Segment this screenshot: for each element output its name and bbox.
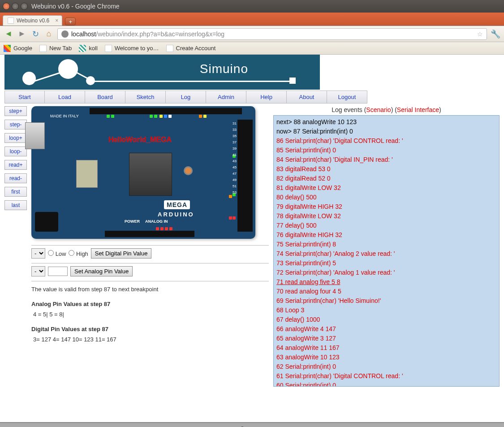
pin-row-numbers: 313335373941434547495153 bbox=[233, 121, 237, 196]
nav-admin[interactable]: Admin bbox=[206, 91, 246, 104]
bookmark-welcome[interactable]: Welcome to yo… bbox=[105, 45, 159, 52]
arduino-board-image: MADE IN ITALY HelloWorld_MEGA MEGA ARDUI… bbox=[31, 106, 255, 239]
log-line: 76 digitalWrite HIGH 32 bbox=[276, 230, 496, 240]
power-jack bbox=[35, 212, 58, 232]
bookmarks-bar: Google New Tab koll Welcome to yo… Creat… bbox=[0, 42, 504, 55]
wrench-menu-icon[interactable]: 🔧 bbox=[491, 29, 500, 39]
bookmark-create[interactable]: Create Account bbox=[166, 45, 216, 52]
loop-minus-button[interactable]: loop- bbox=[4, 147, 27, 156]
new-tab-button[interactable]: + bbox=[65, 17, 76, 26]
page-icon bbox=[105, 45, 112, 52]
log-line: 66 analogWrite 4 147 bbox=[276, 324, 496, 334]
nav-load[interactable]: Load bbox=[45, 91, 85, 104]
log-line: 81 digitalWrite LOW 32 bbox=[276, 183, 496, 193]
serial-interface-link[interactable]: Serial Interface bbox=[397, 106, 439, 113]
log-line: 79 digitalWrite HIGH 32 bbox=[276, 202, 496, 211]
tab-title: Webuino v0.6 bbox=[17, 17, 49, 24]
reload-button[interactable]: ↻ bbox=[30, 29, 40, 39]
window-maximize-button[interactable] bbox=[21, 3, 28, 10]
log-line: 78 digitalWrite LOW 32 bbox=[276, 211, 496, 221]
page-icon bbox=[39, 45, 47, 52]
log-line: 70 read analog four 4 5 bbox=[276, 287, 496, 296]
set-digital-button[interactable]: Set Digital Pin Value bbox=[91, 248, 152, 259]
window-title-bar: Webuino v0.6 - Google Chrome bbox=[0, 0, 504, 13]
mega-badge: MEGA bbox=[164, 200, 190, 209]
digital-values: 3= 127 4= 147 10= 123 11= 167 bbox=[33, 336, 269, 343]
log-header: Log events (Scenario) (Serial Interface) bbox=[273, 106, 500, 113]
analog-value-input[interactable] bbox=[48, 267, 68, 276]
home-button[interactable]: ⌂ bbox=[44, 29, 54, 39]
forward-button[interactable]: ► bbox=[17, 29, 27, 39]
nav-board[interactable]: Board bbox=[85, 91, 125, 104]
read-plus-button[interactable]: read+ bbox=[4, 160, 27, 170]
usb-port bbox=[25, 122, 45, 149]
low-radio[interactable] bbox=[48, 250, 54, 256]
scenario-link[interactable]: Scenario bbox=[366, 106, 391, 113]
koll-icon bbox=[79, 45, 86, 52]
low-radio-label[interactable]: Low bbox=[48, 250, 66, 257]
browser-toolbar: ◄ ► ↻ ⌂ localhost /webuino/index.php?a=b… bbox=[0, 26, 504, 42]
nav-about[interactable]: About bbox=[287, 91, 327, 104]
log-line: 75 Serial:println(int) 8 bbox=[276, 240, 496, 249]
back-button[interactable]: ◄ bbox=[4, 29, 13, 39]
bookmark-newtab[interactable]: New Tab bbox=[39, 45, 72, 52]
log-line: 85 Serial:println(int) 0 bbox=[276, 146, 496, 155]
tab-strip: Webuino v0.6 × + bbox=[0, 13, 504, 26]
nav-log[interactable]: Log bbox=[166, 91, 206, 104]
page-content: Simuino Start Load Board Sketch Log Admi… bbox=[0, 55, 504, 427]
log-line: 68 Loop 3 bbox=[276, 306, 496, 315]
browser-tab-active[interactable]: Webuino v0.6 × bbox=[3, 15, 62, 26]
log-line: 69 Serial:println(char) 'Hello Simuino!' bbox=[276, 296, 496, 306]
nav-sketch[interactable]: Sketch bbox=[125, 91, 166, 104]
bookmark-star-icon[interactable]: ☆ bbox=[477, 30, 483, 38]
log-line: 80 delay() 500 bbox=[276, 193, 496, 202]
step-minus-button[interactable]: step- bbox=[4, 120, 27, 129]
mcu-chip bbox=[129, 153, 172, 196]
analog-pin-control: - Set Analog Pin Value bbox=[31, 266, 269, 276]
log-line: 60 Serial:println(int) 0 bbox=[276, 381, 496, 387]
log-line: 83 digitalRead 53 0 bbox=[276, 164, 496, 174]
log-line: 62 Serial:println(int) 0 bbox=[276, 362, 496, 371]
log-line: 72 Serial:print(char) 'Analog 1 value re… bbox=[276, 268, 496, 277]
digital-values-title: Digital Pin Values at step 87 bbox=[31, 326, 269, 332]
board-sketch-label: HelloWorld_MEGA bbox=[108, 136, 172, 144]
bookmark-google[interactable]: Google bbox=[4, 45, 32, 52]
set-analog-button[interactable]: Set Analog Pin Value bbox=[70, 266, 133, 276]
bookmark-koll[interactable]: koll bbox=[79, 45, 98, 52]
analog-values: 4 = 5| 5 = 8| bbox=[33, 311, 269, 318]
loop-plus-button[interactable]: loop+ bbox=[4, 133, 27, 143]
banner-title: Simuino bbox=[200, 62, 248, 76]
last-button[interactable]: last bbox=[4, 200, 27, 210]
step-plus-button[interactable]: step+ bbox=[4, 106, 27, 116]
made-in-italy-label: MADE IN ITALY bbox=[50, 114, 79, 119]
arduino-label: ARDUINO bbox=[158, 211, 194, 218]
tab-favicon bbox=[8, 17, 14, 24]
tab-close-icon[interactable]: × bbox=[55, 17, 58, 24]
read-minus-button[interactable]: read- bbox=[4, 173, 27, 183]
high-radio[interactable] bbox=[69, 250, 74, 256]
nav-help[interactable]: Help bbox=[246, 91, 287, 104]
window-close-button[interactable] bbox=[3, 3, 10, 10]
nav-logout[interactable]: Logout bbox=[327, 91, 367, 104]
nav-start[interactable]: Start bbox=[4, 91, 45, 104]
url-host: localhost bbox=[71, 30, 96, 38]
log-line: 77 delay() 500 bbox=[276, 221, 496, 230]
window-minimize-button[interactable] bbox=[12, 3, 19, 10]
log-line: 73 Serial:println(int) 5 bbox=[276, 259, 496, 268]
first-button[interactable]: first bbox=[4, 187, 27, 197]
digital-pin-select[interactable]: - bbox=[31, 248, 45, 259]
analog-pin-select[interactable]: - bbox=[31, 266, 45, 276]
high-radio-label[interactable]: High bbox=[69, 250, 88, 257]
simuino-banner: Simuino bbox=[4, 55, 320, 90]
log-line: 84 Serial:print(char) 'Digital IN_PIN re… bbox=[276, 155, 496, 164]
log-line: 61 Serial:print(char) 'Digital CONTROL r… bbox=[276, 371, 496, 381]
nav-menu: Start Load Board Sketch Log Admin Help A… bbox=[4, 91, 504, 104]
url-bar[interactable]: localhost /webuino/index.php?a=b&ac=wins… bbox=[57, 28, 487, 40]
log-line: 86 Serial:print(char) 'Digital CONTROL r… bbox=[276, 136, 496, 146]
log-line: 63 analogWrite 10 123 bbox=[276, 353, 496, 362]
footer-bar: User:admin © 2012 Benny Saxen [HelloWorl… bbox=[0, 422, 504, 427]
log-line: 67 delay() 1000 bbox=[276, 315, 496, 324]
log-panel[interactable]: next> 88 analogWrite 10 123now> 87 Seria… bbox=[273, 115, 500, 387]
analog-values-title: Analog Pin Values at step 87 bbox=[31, 301, 269, 307]
digital-pin-control: - Low High Set Digital Pin Value bbox=[31, 248, 269, 259]
